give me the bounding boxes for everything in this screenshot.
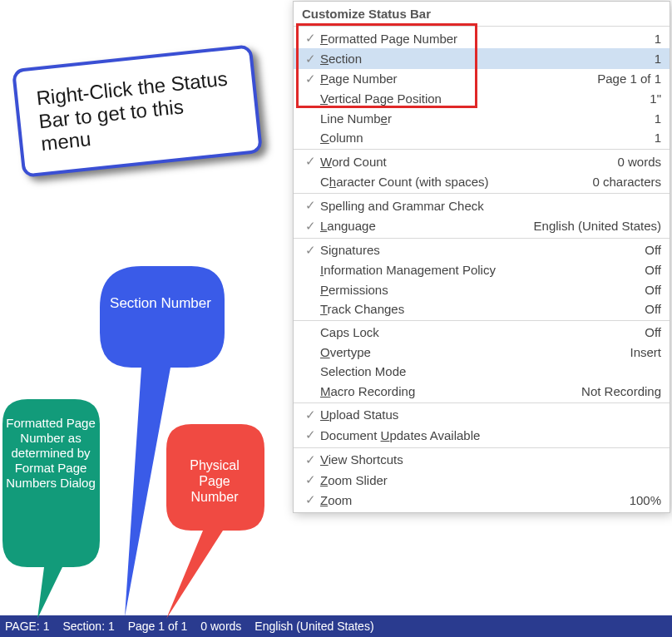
menu-item[interactable]: ✓Zoom Slider: [294, 470, 670, 490]
menu-item-label: Permissions: [320, 283, 645, 297]
menu-item-value: Off: [645, 263, 661, 277]
menu-item[interactable]: Character Count (with spaces)0 character…: [294, 172, 670, 191]
menu-item-label: Spelling and Grammar Check: [320, 199, 661, 213]
menu-item-label: Word Count: [320, 155, 617, 169]
status-pages[interactable]: Page 1 of 1: [128, 620, 188, 633]
menu-item[interactable]: ✓SignaturesOff: [294, 240, 670, 260]
menu-item-label: Language: [320, 219, 534, 233]
menu-item[interactable]: ✓Document Updates Available: [294, 425, 670, 445]
status-section[interactable]: Section: 1: [62, 620, 114, 633]
menu-item[interactable]: ✓Zoom100%: [294, 490, 670, 510]
menu-item[interactable]: Line Number1: [294, 109, 670, 128]
menu-item[interactable]: Column1: [294, 128, 670, 147]
menu-item[interactable]: ✓Page NumberPage 1 of 1: [294, 69, 670, 89]
menu-item[interactable]: OvertypeInsert: [294, 343, 670, 362]
menu-item-label: Column: [320, 131, 655, 145]
menu-item-label: Character Count (with spaces): [320, 175, 592, 189]
menu-item-value: English (United States): [534, 219, 661, 233]
customize-status-bar-menu: Customize Status Bar ✓Formatted Page Num…: [293, 1, 670, 513]
instruction-callout: Right-Click the Status Bar to get to thi…: [12, 44, 263, 177]
menu-item-value: 100%: [630, 493, 661, 507]
menu-item-label: Page Number: [320, 72, 597, 86]
menu-item-value: Off: [645, 283, 661, 297]
callout-section-number: Section Number: [106, 295, 215, 312]
menu-item-value: 1: [655, 131, 661, 145]
check-icon: ✓: [300, 219, 320, 234]
check-icon: ✓: [300, 243, 320, 258]
menu-item-label: Information Management Policy: [320, 263, 645, 277]
menu-item-label: Overtype: [320, 345, 630, 359]
check-icon: ✓: [300, 52, 320, 67]
status-language[interactable]: English (United States): [254, 620, 373, 633]
status-bar: PAGE: 1 Section: 1 Page 1 of 1 0 words E…: [0, 615, 672, 637]
check-icon: ✓: [300, 198, 320, 213]
menu-item[interactable]: Vertical Page Position1": [294, 89, 670, 108]
menu-item-label: Signatures: [320, 243, 645, 257]
menu-item[interactable]: Information Management PolicyOff: [294, 260, 670, 279]
menu-item-label: Zoom: [320, 493, 630, 507]
menu-item-value: 1: [655, 32, 661, 46]
menu-item-label: Line Number: [320, 111, 655, 126]
menu-item-label: Caps Lock: [320, 325, 645, 339]
menu-item-value: 1: [655, 111, 661, 126]
check-icon: ✓: [300, 427, 320, 442]
menu-item[interactable]: ✓Word Count0 words: [294, 151, 670, 171]
menu-item[interactable]: PermissionsOff: [294, 280, 670, 299]
menu-item[interactable]: ✓Formatted Page Number1: [294, 28, 670, 48]
menu-item-value: 0 characters: [592, 175, 661, 189]
menu-item-value: Page 1 of 1: [597, 72, 661, 86]
menu-item-label: Formatted Page Number: [320, 32, 655, 46]
menu-item[interactable]: ✓Upload Status: [294, 405, 670, 425]
check-icon: ✓: [300, 72, 320, 86]
menu-item-value: 1: [655, 52, 661, 66]
menu-item-label: Upload Status: [320, 407, 661, 422]
menu-item-label: Macro Recording: [320, 384, 581, 398]
menu-item-label: Vertical Page Position: [320, 91, 650, 106]
menu-item-value: Off: [645, 302, 661, 316]
menu-item[interactable]: ✓Section1: [294, 48, 670, 68]
menu-item[interactable]: Selection Mode: [294, 362, 670, 381]
menu-item-value: Off: [645, 325, 661, 339]
menu-item[interactable]: ✓View Shortcuts: [294, 450, 670, 470]
status-words[interactable]: 0 words: [200, 620, 241, 633]
check-icon: ✓: [300, 452, 320, 467]
menu-item-label: Document Updates Available: [320, 428, 661, 442]
menu-item-label: Zoom Slider: [320, 473, 661, 487]
menu-item[interactable]: ✓Spelling and Grammar Check: [294, 195, 670, 215]
menu-header: Customize Status Bar: [294, 2, 670, 26]
check-icon: ✓: [300, 492, 320, 507]
check-icon: ✓: [300, 407, 320, 422]
callout-physical-page-number: Physical Page Number: [175, 457, 254, 506]
menu-item[interactable]: Macro RecordingNot Recording: [294, 381, 670, 400]
menu-item-value: Off: [645, 243, 661, 257]
check-icon: ✓: [300, 154, 320, 169]
menu-item-label: Track Changes: [320, 302, 645, 316]
check-icon: ✓: [300, 472, 320, 487]
menu-item-label: Section: [320, 52, 655, 66]
menu-item-label: View Shortcuts: [320, 452, 661, 467]
menu-item-label: Selection Mode: [320, 364, 661, 378]
menu-item-value: Not Recording: [581, 384, 661, 398]
menu-item-value: Insert: [630, 345, 661, 359]
menu-item-value: 1": [650, 91, 661, 106]
menu-item-value: 0 words: [617, 155, 661, 169]
menu-item[interactable]: Caps LockOff: [294, 323, 670, 342]
status-page[interactable]: PAGE: 1: [5, 620, 49, 633]
check-icon: ✓: [300, 31, 320, 46]
callout-formatted-page-number: Formatted Page Number as determined by F…: [5, 416, 96, 491]
menu-item[interactable]: ✓LanguageEnglish (United States): [294, 215, 670, 235]
menu-item[interactable]: Track ChangesOff: [294, 299, 670, 318]
